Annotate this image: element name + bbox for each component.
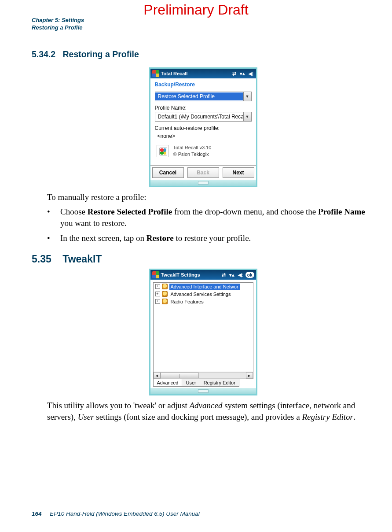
text: settings (font size and docking port mes… xyxy=(94,412,302,421)
keyboard-icon[interactable] xyxy=(198,181,209,185)
next-button[interactable]: Next xyxy=(223,167,254,178)
heading-restoring-profile: 5.34.2 Restoring a Profile xyxy=(32,49,374,59)
connectivity-icon[interactable]: ⇄ xyxy=(221,273,227,277)
text: . xyxy=(353,412,355,421)
page-footer: 164 EP10 Hand-Held (Windows Embedded 6.5… xyxy=(32,510,200,517)
tab-registry-editor[interactable]: Registry Editor xyxy=(200,379,239,387)
preliminary-draft-watermark: Preliminary Draft xyxy=(0,2,392,18)
tree-item-label: Radio Features xyxy=(169,299,205,305)
scroll-track[interactable] xyxy=(161,372,246,379)
gear-icon xyxy=(162,291,168,297)
window-title: Total Recall xyxy=(161,71,188,76)
tab-bar: Advanced User Registry Editor xyxy=(153,379,253,387)
horizontal-scrollbar[interactable]: ◄ ► xyxy=(154,372,253,379)
panel-title: Backup/Restore xyxy=(150,78,256,89)
volume-icon[interactable]: ◀׃ xyxy=(237,273,244,277)
italic-text: Registry Editor xyxy=(302,412,353,421)
tree-item-label: Advanced Services Settings xyxy=(169,291,232,297)
scroll-thumb[interactable] xyxy=(161,373,199,378)
scroll-left-button[interactable]: ◄ xyxy=(154,372,161,379)
bullet-marker: • xyxy=(47,206,60,229)
tree-item-label: Advanced Interface and Networ xyxy=(169,284,240,290)
bold-text: Restore xyxy=(147,233,174,243)
about-line1: Total Recall v3.10 xyxy=(173,144,212,151)
tweakit-paragraph: This utility allows you to 'tweak' or ad… xyxy=(47,400,374,422)
tree-view[interactable]: + Advanced Interface and Networ + Advanc… xyxy=(153,282,253,379)
screenshot-total-recall: Total Recall ⇄ ▾▴ ◀׃ Backup/Restore Rest… xyxy=(149,67,257,187)
chevron-down-icon[interactable]: ▼ xyxy=(243,92,251,101)
profile-name-label: Profile Name: xyxy=(155,105,252,111)
chapter-line: Chapter 5: Settings xyxy=(32,17,84,24)
bold-text: Restore Selected Profile xyxy=(88,207,172,216)
titlebar: Total Recall ⇄ ▾▴ ◀׃ xyxy=(150,69,256,78)
heading-tweakit: 5.35 TweakIT xyxy=(32,253,374,265)
tree-item-radio-features[interactable]: + Radio Features xyxy=(154,298,253,305)
auto-restore-label: Current auto-restore profile: xyxy=(155,125,252,131)
tab-advanced[interactable]: Advanced xyxy=(153,379,183,387)
volume-icon[interactable]: ◀׃ xyxy=(248,71,254,76)
auto-restore-value: <none> xyxy=(158,133,252,139)
screenshot-tweakit: TweakIT Settings ⇄ ▾▴ ◀׃ ok + Advanced I… xyxy=(149,269,257,395)
page-header: Chapter 5: Settings Restoring a Profile xyxy=(32,17,84,32)
start-icon[interactable] xyxy=(152,70,159,77)
ok-button[interactable]: ok xyxy=(245,272,254,278)
expand-icon[interactable]: + xyxy=(155,292,160,296)
intro-paragraph: To manually restore a profile: xyxy=(47,192,374,203)
heading-title: Restoring a Profile xyxy=(62,49,139,59)
gear-icon xyxy=(162,284,168,289)
start-icon[interactable] xyxy=(152,271,159,278)
text: This utility allows you to 'tweak' or ad… xyxy=(47,401,189,410)
cancel-button[interactable]: Cancel xyxy=(152,167,184,178)
sip-bar[interactable] xyxy=(150,180,256,186)
text: In the next screen, tap on xyxy=(60,233,147,243)
expand-icon[interactable]: + xyxy=(155,299,160,304)
heading-number: 5.34.2 xyxy=(32,49,55,59)
profile-name-dropdown[interactable]: Default1 (\My Documents\Total Recal ▼ xyxy=(155,112,252,122)
bullet-item: • In the next screen, tap on Restore to … xyxy=(47,233,374,244)
connectivity-icon[interactable]: ⇄ xyxy=(231,71,237,76)
expand-icon[interactable]: + xyxy=(155,284,160,289)
action-selected: Restore Selected Profile xyxy=(155,92,243,100)
keyboard-icon[interactable] xyxy=(198,389,209,393)
bold-text: Profile Name xyxy=(318,207,365,216)
bullet-item: • Choose Restore Selected Profile from t… xyxy=(47,206,374,229)
bullet-marker: • xyxy=(47,233,60,244)
italic-text: Advanced xyxy=(189,401,222,410)
profile-name-value: Default1 (\My Documents\Total Recal xyxy=(155,113,243,121)
titlebar: TweakIT Settings ⇄ ▾▴ ◀׃ ok xyxy=(150,270,256,280)
tree-item-advanced-services[interactable]: + Advanced Services Settings xyxy=(154,290,253,298)
text: to restore your profile. xyxy=(174,233,251,243)
sip-bar[interactable] xyxy=(150,388,256,394)
text: Choose xyxy=(60,207,88,216)
section-line: Restoring a Profile xyxy=(32,24,84,32)
about-line2: © Psion Teklogix xyxy=(173,151,212,158)
app-icon xyxy=(157,145,169,157)
heading-number: 5.35 xyxy=(32,253,51,265)
tree-item-advanced-interface[interactable]: + Advanced Interface and Networ xyxy=(154,283,253,290)
page-number: 164 xyxy=(32,510,42,517)
scroll-right-button[interactable]: ► xyxy=(246,372,253,379)
about-row: Total Recall v3.10 © Psion Teklogix xyxy=(155,144,252,163)
tab-user[interactable]: User xyxy=(182,379,200,387)
gear-icon xyxy=(162,299,168,304)
heading-title: TweakIT xyxy=(62,253,102,265)
back-button: Back xyxy=(187,167,219,178)
footer-title: EP10 Hand-Held (Windows Embedded 6.5) Us… xyxy=(50,510,200,517)
action-dropdown[interactable]: Restore Selected Profile ▼ xyxy=(155,92,252,101)
italic-text: User xyxy=(78,412,94,421)
chevron-down-icon[interactable]: ▼ xyxy=(243,112,251,121)
window-title: TweakIT Settings xyxy=(161,272,200,277)
text: from the drop-down menu, and choose the xyxy=(172,207,318,216)
text: you want to restore. xyxy=(60,218,127,228)
signal-icon[interactable]: ▾▴ xyxy=(228,273,235,277)
signal-icon[interactable]: ▾▴ xyxy=(239,71,246,76)
